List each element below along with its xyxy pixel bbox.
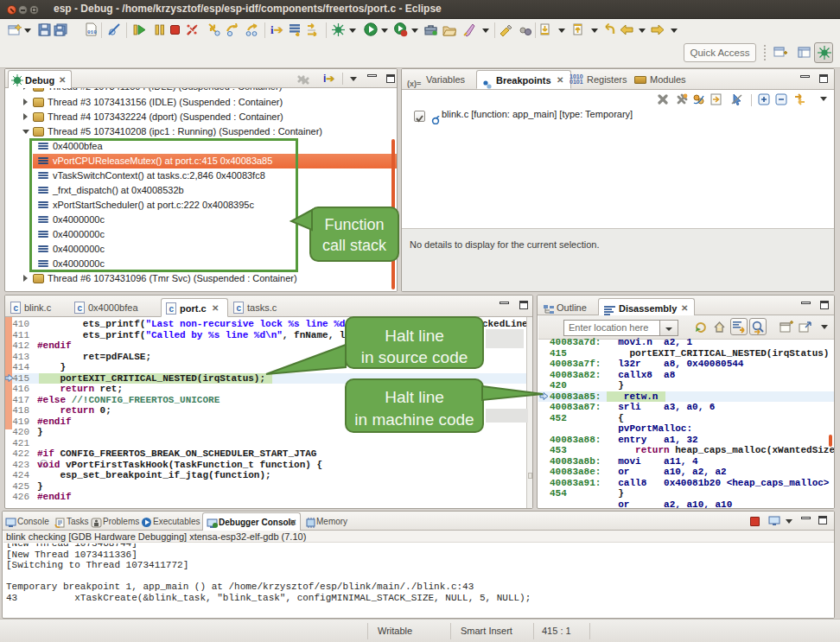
- svg-text:010: 010: [87, 29, 97, 35]
